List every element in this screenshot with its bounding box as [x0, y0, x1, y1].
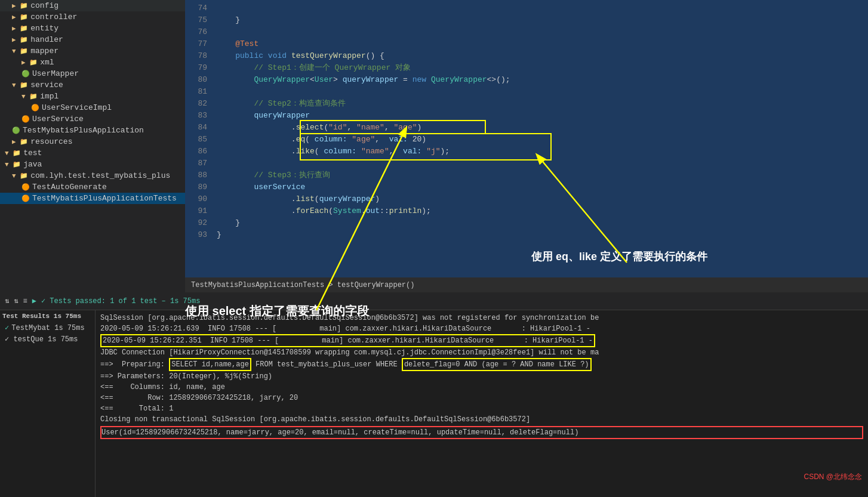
menu-icon[interactable]: ≡ [23, 297, 27, 305]
check-icon: ✓ [5, 323, 9, 332]
console-line-8: <== Row: 1258929066732425218, jarry, 20 [100, 393, 863, 403]
sidebar-label: mapper [30, 47, 59, 55]
sidebar-item-handler[interactable]: ▶ 📁 handler [0, 34, 185, 45]
sidebar-item-java[interactable]: ▼ 📁 java [0, 159, 185, 170]
folder-icon: ▶ 📁 [12, 138, 28, 146]
sidebar-label: service [30, 81, 63, 89]
file-tree: ▶ 📁 config ▶ 📁 controller ▶ 📁 entity ▶ 📁… [0, 0, 185, 298]
sidebar-item-testautogenerate[interactable]: 🟠 TestAutoGenerate [0, 181, 185, 193]
console-line-7: <== Columns: id, name, age [100, 382, 863, 393]
file-icon: 🟢 [21, 70, 30, 78]
sidebar-label: TestAutoGenerate [32, 183, 107, 192]
console-line-2: 2020-05-09 15:26:21.639 INFO 17508 --- [… [100, 323, 863, 334]
line-numbers: 7475767778798081828384858687888990919293 [185, 0, 212, 277]
sidebar-item-userservice[interactable]: 🟠 UserService [0, 113, 185, 125]
sidebar-item-mapper[interactable]: ▼ 📁 mapper [0, 45, 185, 57]
bottom-panel: ⇅ ⇅ ≡ ▶ ✓ Tests passed: 1 of 1 test – 1s… [0, 292, 868, 497]
test-item-label: ✓ testQue 1s 75ms [5, 335, 78, 344]
folder-icon: ▼ 📁 [12, 172, 28, 180]
folder-icon: ▼ 📁 [12, 81, 28, 89]
sidebar-item-config[interactable]: ▶ 📁 config [0, 0, 185, 11]
console-line-5: ==> Preparing: SELECT id,name,age FROM t… [100, 358, 863, 371]
sort-icon[interactable]: ⇅ [5, 297, 9, 305]
console-line-6: ==> Parameters: 20(Integer), %j%(String) [100, 371, 863, 382]
breadcrumb: TestMybatisPlusApplicationTests > testQu… [185, 277, 868, 292]
console-line-3: 2020-05-09 15:26:22.351 INFO 17508 --- [… [100, 334, 863, 347]
folder-icon: ▶ 📁 [12, 2, 28, 10]
sidebar-label: entity [30, 24, 59, 33]
sidebar-label: TestMybatisPlusApplication [23, 126, 144, 135]
folder-icon: ▶ 📁 [21, 58, 38, 66]
csdn-badge: CSDN @北纬念念 [804, 472, 862, 482]
test-results-panel: Test Results 1s 75ms ✓ TestMybat 1s 75ms… [0, 310, 96, 497]
sidebar-label: TestMybatisPlusApplicationTests [32, 194, 177, 203]
sidebar-item-test[interactable]: ▼ 📁 test [0, 147, 185, 159]
test-result-item-1[interactable]: ✓ TestMybat 1s 75ms [2, 322, 93, 334]
sidebar-label: UserService [32, 115, 84, 124]
code-content[interactable]: } @Test public void testQueryWrapper() {… [212, 0, 868, 277]
sidebar-item-entity[interactable]: ▶ 📁 entity [0, 23, 185, 34]
eq-like-annotation-text: 使用 eq、like 定义了需要执行的条件 [531, 249, 707, 264]
sidebar-label: controller [30, 13, 77, 21]
folder-icon: ▶ 📁 [12, 24, 28, 32]
code-editor: 7475767778798081828384858687888990919293… [185, 0, 868, 298]
sidebar-label: UserServiceImpl [42, 103, 112, 112]
folder-icon: ▼ 📁 [5, 160, 21, 168]
test-item-label: TestMybat 1s 75ms [11, 324, 84, 332]
bottom-toolbar: ⇅ ⇅ ≡ ▶ ✓ Tests passed: 1 of 1 test – 1s… [0, 292, 868, 310]
sidebar-label: xml [40, 58, 54, 67]
console-line-10: Closing non transactional SqlSession [or… [100, 414, 863, 425]
sidebar-item-testmybatisplusapplicationtests[interactable]: 🟠 TestMybatisPlusApplicationTests [0, 193, 185, 204]
sidebar-label: UserMapper [32, 69, 79, 78]
console-line-11: User(id=1258929066732425218, name=jarry,… [101, 427, 862, 438]
sidebar-item-testapp[interactable]: 🟢 TestMybatisPlusApplication [0, 125, 185, 136]
sidebar-item-xml[interactable]: ▶ 📁 xml [0, 57, 185, 68]
sidebar-item-resources[interactable]: ▶ 📁 resources [0, 136, 185, 147]
breadcrumb-text: TestMybatisPlusApplicationTests > testQu… [191, 281, 414, 289]
file-icon: 🟠 [21, 183, 30, 191]
console-line-4: JDBC Connection [HikariProxyConnection@1… [100, 347, 863, 358]
file-icon: 🟠 [31, 104, 39, 112]
folder-icon: ▼ 📁 [21, 92, 38, 100]
console-last-line: User(id=1258929066732425218, name=jarry,… [100, 426, 863, 439]
file-icon: 🟠 [21, 195, 30, 202]
run-icon[interactable]: ▶ [32, 297, 36, 305]
sidebar-item-impl[interactable]: ▼ 📁 impl [0, 91, 185, 102]
console-line-9: <== Total: 1 [100, 403, 863, 414]
folder-icon: ▼ 📁 [5, 149, 21, 157]
folder-icon: ▶ 📁 [12, 13, 28, 21]
folder-icon: ▼ 📁 [12, 47, 28, 55]
sidebar-item-package[interactable]: ▼ 📁 com.lyh.test.test_mybatis_plus [0, 170, 185, 181]
folder-icon: ▶ 📁 [12, 36, 28, 44]
file-icon: 🟠 [21, 115, 30, 123]
sidebar-label: java [23, 160, 42, 169]
sidebar-item-userserviceimpl[interactable]: 🟠 UserServiceImpl [0, 102, 185, 113]
test-passed-text: ✓ Tests passed: 1 of 1 test – 1s 75ms [41, 297, 200, 305]
filter-icon[interactable]: ⇅ [14, 297, 18, 305]
select-annotation-text: 使用 select 指定了需要查询的字段 [185, 303, 369, 319]
sidebar-label: resources [30, 137, 72, 146]
sidebar-item-service[interactable]: ▼ 📁 service [0, 79, 185, 91]
test-result-item-2[interactable]: ✓ testQue 1s 75ms [2, 334, 93, 345]
console-output: SqlSession [org.apache.ibatis.session.de… [96, 310, 868, 497]
sidebar-label: config [30, 1, 59, 10]
sidebar-item-usermapper[interactable]: 🟢 UserMapper [0, 68, 185, 79]
sidebar-label: com.lyh.test.test_mybatis_plus [30, 171, 170, 180]
bottom-content: Test Results 1s 75ms ✓ TestMybat 1s 75ms… [0, 310, 868, 497]
sidebar-label: test [23, 149, 42, 158]
sidebar-label: handler [30, 35, 63, 44]
sidebar-label: impl [40, 92, 59, 101]
test-results-header: Test Results 1s 75ms [2, 313, 93, 320]
sidebar-item-controller[interactable]: ▶ 📁 controller [0, 11, 185, 23]
file-icon: 🟢 [12, 126, 20, 134]
